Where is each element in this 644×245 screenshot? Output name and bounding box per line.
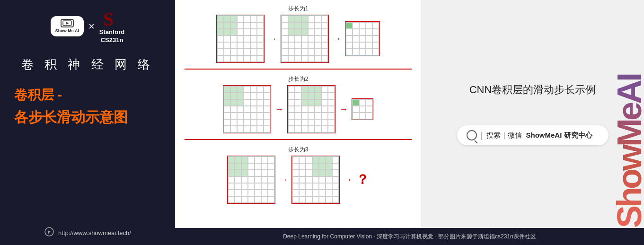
stride-row-1: → → bbox=[216, 15, 380, 63]
stride-label-3: 步长为3 bbox=[288, 146, 309, 154]
arrow-3a: → bbox=[279, 175, 288, 185]
divider-1 bbox=[185, 69, 412, 70]
svg-text:S: S bbox=[103, 9, 114, 28]
search-text: 搜索｜微信 ShowMeAI 研究中心 bbox=[486, 131, 592, 140]
stride-row-2: → → bbox=[223, 85, 373, 133]
grid-7x7-6 bbox=[292, 156, 339, 203]
subtitle-line2: 各步长滑动示意图 bbox=[14, 108, 166, 127]
grid-7x7-5 bbox=[228, 156, 275, 203]
grid-7x7-1 bbox=[217, 15, 264, 62]
stride2-output bbox=[352, 98, 373, 120]
sidebar: Show Me AI × S Stanford CS231n 卷 积 神 经 网… bbox=[0, 0, 175, 245]
diagram-area: 步长为1 bbox=[175, 0, 421, 228]
svg-marker-1 bbox=[66, 22, 69, 25]
grid-7x7-3 bbox=[223, 86, 271, 133]
stride3-grid1 bbox=[227, 156, 275, 204]
divider-2 bbox=[185, 139, 412, 140]
stride-label-1: 步长为1 bbox=[288, 5, 309, 13]
grid-5x5-1 bbox=[345, 22, 379, 56]
logo-icon bbox=[61, 19, 74, 27]
search-divider: | bbox=[481, 131, 483, 140]
wechat-label: 搜索｜微信 bbox=[486, 131, 522, 139]
main-content: 步长为1 bbox=[175, 0, 644, 245]
arrow-2b: → bbox=[339, 105, 348, 114]
stride-section-3: 步长为3 → bbox=[185, 146, 412, 204]
stanford-logo: S Stanford CS231n bbox=[99, 9, 124, 44]
bottom-text: Deep Learning for Computer Vision · 深度学习… bbox=[283, 233, 536, 241]
arrow-1b: → bbox=[333, 34, 341, 44]
stride1-grid2 bbox=[281, 15, 329, 63]
stride3-grid2 bbox=[291, 156, 340, 204]
showmeai-label: Show Me AI bbox=[55, 28, 79, 34]
right-panel: ShowMeAI CNN卷积层的滑动步长示例 | 搜索｜微信 ShowMeAI … bbox=[421, 0, 644, 228]
search-bar[interactable]: | 搜索｜微信 ShowMeAI 研究中心 bbox=[457, 125, 609, 145]
stride-label-2: 步长为2 bbox=[288, 75, 309, 83]
question-mark: ？ bbox=[356, 171, 369, 189]
times-symbol: × bbox=[88, 20, 95, 33]
arrow-2a: → bbox=[275, 105, 283, 114]
showmeai-logo: Show Me AI bbox=[51, 16, 84, 36]
stanford-s-icon: S bbox=[102, 9, 122, 28]
stride-row-3: → → ？ bbox=[227, 156, 369, 204]
watermark: ShowMeAI bbox=[610, 0, 644, 228]
bottom-bar: Deep Learning for Computer Vision · 深度学习… bbox=[175, 228, 644, 245]
url-icon bbox=[44, 227, 54, 239]
stride1-grid1 bbox=[216, 15, 265, 63]
stride-section-2: 步长为2 → bbox=[185, 75, 412, 133]
brand-label: ShowMeAI 研究中心 bbox=[526, 131, 592, 139]
arrow-1a: → bbox=[268, 34, 277, 44]
stanford-text: Stanford CS231n bbox=[99, 28, 124, 44]
subtitle-line1: 卷积层 - bbox=[14, 86, 166, 104]
grid-3x3-1 bbox=[352, 99, 373, 120]
subtitle-block: 卷积层 - 各步长滑动示意图 bbox=[9, 86, 166, 127]
url-area: http://www.showmeai.tech/ bbox=[44, 217, 131, 239]
sidebar-title: 卷 积 神 经 网 络 bbox=[21, 56, 154, 73]
right-title: CNN卷积层的滑动步长示例 bbox=[469, 83, 596, 97]
grid-7x7-2 bbox=[281, 15, 328, 62]
stride1-output bbox=[345, 21, 380, 56]
stride-section-1: 步长为1 bbox=[185, 5, 412, 63]
grid-7x7-4 bbox=[288, 86, 335, 133]
stride2-grid2 bbox=[287, 85, 335, 133]
logo-area: Show Me AI × S Stanford CS231n bbox=[51, 9, 124, 44]
url-text: http://www.showmeai.tech/ bbox=[58, 229, 131, 236]
stride2-grid1 bbox=[223, 85, 271, 133]
search-icon bbox=[467, 130, 477, 140]
content-area: 步长为1 bbox=[175, 0, 644, 228]
arrow-3b: → bbox=[344, 175, 352, 185]
